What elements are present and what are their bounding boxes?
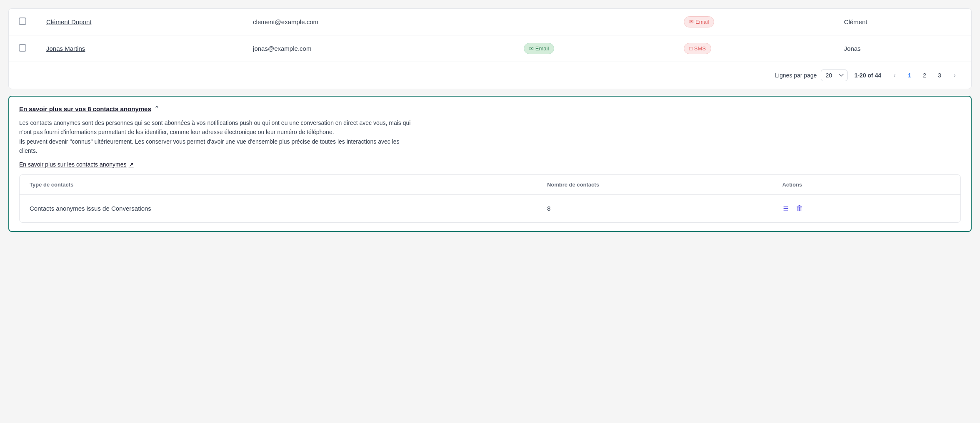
lines-per-page-label: Lignes par page [775,72,817,79]
next-page-button[interactable]: › [948,69,961,82]
checkbox-cell [9,35,36,62]
contact-badge2-cell: ✉ Email [674,9,834,35]
contact-name-cell: Clément Dupont [36,9,243,35]
anon-learn-more-link[interactable]: En savoir plus sur les contacts anonymes… [19,161,134,168]
contact-email-cell: jonas@example.com [243,35,514,62]
delete-button[interactable]: 🗑 [795,203,804,214]
contact-first-name: Clément [844,18,868,25]
anon-desc-line4: clients. [19,147,38,154]
anon-col-count-header: Nombre de contacts [537,175,772,195]
anon-actions-cell: ≡🗑 [772,194,960,222]
pagination-row: Lignes par page 20 50 100 1-20 of 44 ‹ 1… [9,62,971,89]
page-3-button[interactable]: 3 [933,69,946,82]
contact-name-link[interactable]: Clément Dupont [46,18,91,25]
contact-email: clement@example.com [253,18,318,25]
anon-type-cell: Contacts anonymes issus de Conversations [20,194,537,222]
contact-firstname-cell: Clément [834,9,971,35]
contact-name-cell: Jonas Martins [36,35,243,62]
table-row: Jonas Martinsjonas@example.com✉ Email□ S… [9,35,971,62]
page-nav: ‹ 1 2 3 › [888,69,961,82]
contacts-table-section: Clément Dupontclement@example.com✉ Email… [8,8,972,89]
anon-header: En savoir plus sur vos 8 contacts anonym… [9,97,971,174]
anon-description: Les contacts anonymes sont des personnes… [19,118,961,156]
anon-inner-table: Type de contacts Nombre de contacts Acti… [20,175,960,222]
contact-badge1-cell: ✉ Email [514,35,674,62]
anon-col-type-header: Type de contacts [20,175,537,195]
anon-col-actions-header: Actions [772,175,960,195]
anon-desc-line3: Ils peuvent devenir "connus" ultérieurem… [19,138,400,145]
anon-inner-table-wrapper: Type de contacts Nombre de contacts Acti… [19,174,961,223]
anon-desc-line2: n'ont pas fourni d'informations permetta… [19,129,334,135]
subscription-badge-2: ✉ Email [684,16,714,27]
contact-first-name: Jonas [844,45,861,52]
contact-email: jonas@example.com [253,45,311,52]
external-link-icon: ↗ [129,161,134,168]
page-wrapper: Clément Dupontclement@example.com✉ Email… [0,8,980,423]
anon-section: En savoir plus sur vos 8 contacts anonym… [8,96,972,232]
anon-title-row: En savoir plus sur vos 8 contacts anonym… [19,105,961,112]
page-2-button[interactable]: 2 [918,69,931,82]
lines-per-page: Lignes par page 20 50 100 [775,70,848,81]
table-row: Clément Dupontclement@example.com✉ Email… [9,9,971,35]
contact-badge2-cell: □ SMS [674,35,834,62]
contact-firstname-cell: Jonas [834,35,971,62]
contacts-table: Clément Dupontclement@example.com✉ Email… [9,9,971,62]
checkbox-cell [9,9,36,35]
anon-count-cell: 8 [537,194,772,222]
page-1-button[interactable]: 1 [903,69,916,82]
prev-page-button[interactable]: ‹ [888,69,901,82]
subscription-badge-2: □ SMS [684,43,711,54]
contact-name-link[interactable]: Jonas Martins [46,45,85,52]
view-list-button[interactable]: ≡ [782,202,789,215]
contact-badge1-cell [514,9,674,35]
contact-email-cell: clement@example.com [243,9,514,35]
row-checkbox[interactable] [19,44,26,52]
row-checkbox[interactable] [19,17,26,25]
anon-learn-more-text: En savoir plus sur les contacts anonymes [19,161,127,168]
subscription-badge: ✉ Email [524,43,554,54]
anon-title-link[interactable]: En savoir plus sur vos 8 contacts anonym… [19,105,151,112]
anon-table-row: Contacts anonymes issus de Conversations… [20,194,960,222]
anon-table-header-row: Type de contacts Nombre de contacts Acti… [20,175,960,195]
page-range-info: 1-20 of 44 [854,72,881,79]
anon-desc-line1: Les contacts anonymes sont des personnes… [19,119,410,126]
per-page-select[interactable]: 20 50 100 [821,70,848,81]
anon-collapse-icon[interactable]: ^ [155,105,159,112]
anon-actions-container: ≡🗑 [782,202,950,215]
